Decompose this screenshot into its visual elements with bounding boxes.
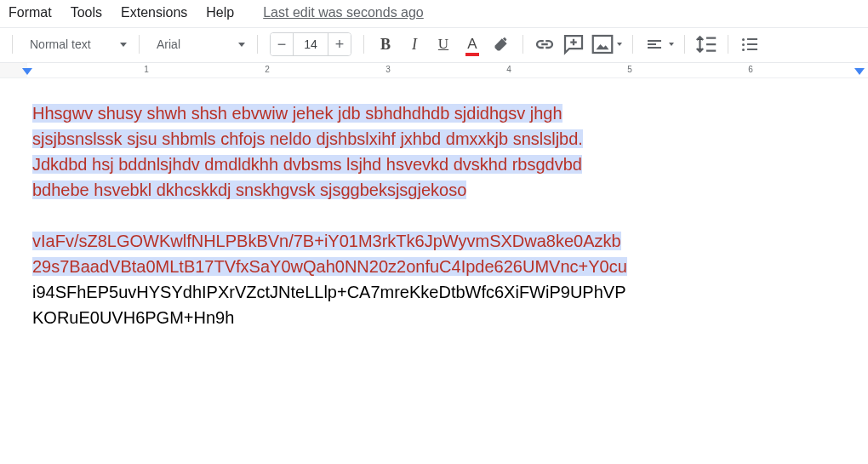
chevron-down-icon [238,43,245,47]
underline-button[interactable]: U [431,32,456,57]
font-size-decrease-button[interactable]: − [271,32,293,56]
separator [632,35,633,54]
toolbar: Normal text Arial − 14 + B I U A [0,27,868,63]
doc-text-selected: bdhebe hsvebkl dkhcskkdj snskhgvsk sjsgg… [32,180,466,199]
insert-link-button[interactable] [532,32,557,57]
ruler[interactable]: 1 2 3 4 5 6 [0,63,868,78]
separator [12,35,13,54]
checklist-icon [742,38,757,51]
separator [728,35,728,54]
paragraph-style-select[interactable]: Normal text [21,32,130,56]
separator [684,35,685,54]
align-button[interactable] [642,32,667,57]
font-size-stepper: − 14 + [270,32,351,56]
doc-text-selected: Hhsgwv shusy shwh shsh ebvwiw jehek jdb … [32,104,562,123]
ruler-tick: 5 [627,65,632,74]
font-family-label: Arial [157,37,180,51]
ruler-tick: 3 [385,65,391,74]
separator [363,35,364,54]
svg-rect-0 [593,36,613,53]
doc-text: i94SFhEP5uvHYSYdhIPXrVZctJNteLLlp+CA7mre… [32,283,626,301]
doc-text: KORuE0UVH6PGM+Hn9h [32,308,234,327]
ruler-tick: 1 [144,65,149,74]
menu-extensions[interactable]: Extensions [121,5,187,20]
bold-button[interactable]: B [373,32,398,57]
line-spacing-icon [694,32,719,57]
separator [257,35,258,54]
ruler-tick: 4 [506,65,511,74]
underline-icon: U [438,36,448,53]
menu-bar: Format Tools Extensions Help Last edit w… [0,0,868,27]
image-icon [590,32,615,57]
chevron-down-icon[interactable] [669,43,674,46]
bulleted-list-button[interactable] [737,32,762,57]
comment-plus-icon [561,32,586,57]
document-body[interactable]: Hhsgwv shusy shwh shsh ebvwiw jehek jdb … [0,78,868,330]
text-color-button[interactable]: A [460,32,485,57]
font-size-increase-button[interactable]: + [328,32,351,56]
font-family-select[interactable]: Arial [148,32,248,56]
menu-format[interactable]: Format [9,5,52,20]
last-edit-link[interactable]: Last edit was seconds ago [263,5,424,20]
italic-icon: I [412,36,417,54]
separator [139,35,140,54]
ruler-tick: 6 [748,65,753,74]
separator [523,35,523,54]
chevron-down-icon[interactable] [617,43,622,46]
doc-text-selected: Jdkdbd hsj bddnlsjhdv dmdldkhh dvbsms ls… [32,155,582,174]
italic-button[interactable]: I [402,32,427,57]
add-comment-button[interactable] [561,32,586,57]
align-left-icon [648,40,661,49]
line-spacing-button[interactable] [694,32,719,57]
ruler-tick: 2 [265,65,270,74]
doc-text-selected: sjsjbsnslssk sjsu shbmls chfojs neldo dj… [32,129,583,148]
doc-text-selected: 29s7BaadVBta0MLtB17TVfxSaY0wQah0NN20z2on… [32,257,627,276]
menu-help[interactable]: Help [206,5,234,20]
link-icon [532,32,557,57]
font-size-value[interactable]: 14 [293,32,328,56]
insert-image-button[interactable] [590,32,615,57]
chevron-down-icon [120,43,127,47]
highlighter-icon [493,36,510,53]
highlight-color-button[interactable] [488,32,514,57]
paragraph-style-label: Normal text [30,37,91,51]
doc-text-selected: vIaFv/sZ8LGOWKwlfNHLPBkBVn/7B+iY01M3rkTk… [32,232,621,250]
menu-tools[interactable]: Tools [71,5,102,20]
text-color-icon: A [467,36,477,53]
bold-icon: B [380,36,391,54]
